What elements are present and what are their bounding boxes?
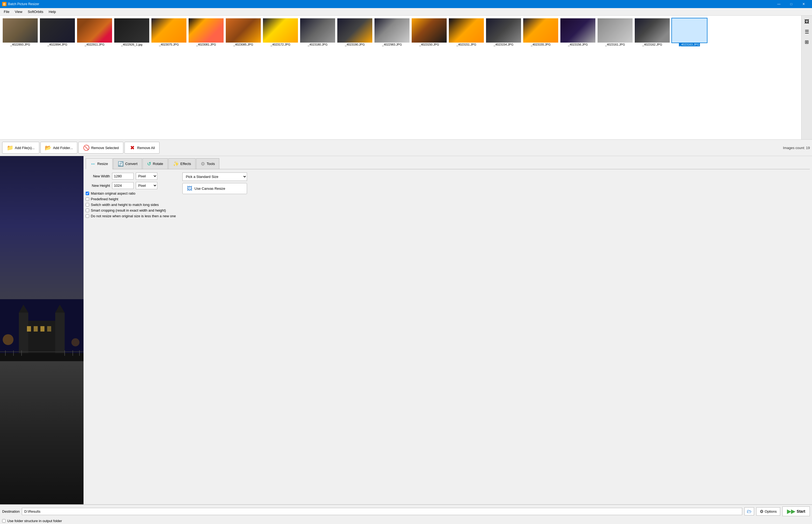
checkbox-maintain_aspect[interactable]: [86, 192, 89, 195]
image-thumb-10[interactable]: _4022983.JPG: [374, 18, 410, 47]
remove-selected-icon: 🚫: [83, 145, 89, 151]
image-thumb-1[interactable]: _4022894.JPG: [39, 18, 75, 47]
width-label: New Width: [86, 174, 110, 178]
canvas-resize-button[interactable]: 🖼 Use Canvas Resize: [182, 183, 247, 194]
checkbox-smart_crop[interactable]: [86, 209, 89, 212]
width-unit-select[interactable]: Pixel Percent Inch Cm: [136, 173, 157, 180]
start-label: Start: [797, 509, 805, 513]
thumb-image-15: [560, 18, 595, 43]
height-input[interactable]: [112, 182, 134, 189]
rotate-tab-icon: ↺: [147, 161, 151, 167]
canvas-resize-label: Use Canvas Resize: [194, 186, 225, 191]
image-thumb-16[interactable]: _4023161.JPG: [597, 18, 633, 47]
menu-softorbits[interactable]: SoftOrbits: [25, 9, 46, 15]
destination-input[interactable]: [22, 508, 742, 515]
menubar: File View SoftOrbits Help: [0, 8, 812, 16]
thumb-label-7: _4023172.JPG: [270, 43, 291, 46]
tools-tab-label: Tools: [207, 162, 215, 166]
svg-rect-4: [55, 313, 65, 356]
svg-point-11: [71, 338, 80, 346]
app-icon: 🖼: [2, 2, 6, 6]
list-view-button[interactable]: ☰: [802, 27, 812, 37]
resize-tab-label: Resize: [97, 162, 108, 166]
image-thumb-15[interactable]: _4023156.JPG: [560, 18, 596, 47]
thumb-image-13: [486, 18, 521, 43]
checkbox-row-0: Maintain original aspect ratio: [86, 191, 176, 195]
checkbox-predefined_height[interactable]: [86, 197, 89, 201]
thumb-label-9: _4023190.JPG: [344, 43, 365, 46]
checkboxes: Maintain original aspect ratio Predefine…: [86, 191, 176, 218]
thumb-label-16: _4023161.JPG: [605, 43, 625, 46]
thumb-image-0: [3, 18, 38, 43]
resize-tab-icon: ↔: [90, 161, 96, 167]
checkbox-switch_wh[interactable]: [86, 203, 89, 207]
thumb-label-11: _4023150.JPG: [419, 43, 439, 46]
svg-rect-1: [24, 321, 59, 356]
height-unit-select[interactable]: Pixel Percent Inch Cm: [136, 182, 157, 189]
folder-structure-text: Use folder structure in output folder: [7, 519, 62, 523]
image-thumb-6[interactable]: _4023085.JPG: [225, 18, 261, 47]
start-button[interactable]: ▶▶ Start: [782, 507, 810, 516]
image-thumb-8[interactable]: _4023180.JPG: [300, 18, 336, 47]
thumb-label-14: _4023155.JPG: [530, 43, 551, 46]
image-thumb-9[interactable]: _4023190.JPG: [337, 18, 373, 47]
thumbnail-view-button[interactable]: 🖼: [802, 17, 812, 27]
options-button[interactable]: ⚙ Options: [756, 507, 780, 515]
remove-selected-button[interactable]: 🚫 Remove Selected: [79, 142, 123, 154]
maximize-button[interactable]: □: [785, 0, 797, 8]
image-thumb-13[interactable]: _4023154.JPG: [486, 18, 522, 47]
preview-image: [0, 156, 84, 504]
remove-all-label: Remove All: [137, 146, 155, 150]
tab-effects[interactable]: ✨ Effects: [168, 158, 196, 169]
checkbox-no_resize[interactable]: [86, 214, 89, 218]
images-count: Images count: 19: [783, 146, 810, 150]
minimize-button[interactable]: —: [773, 0, 785, 8]
height-label: New Height: [86, 183, 110, 187]
menu-file[interactable]: File: [1, 9, 12, 15]
tab-rotate[interactable]: ↺ Rotate: [142, 158, 168, 169]
add-files-button[interactable]: 📁 Add File(s)...: [2, 142, 39, 154]
effects-tab-icon: ✨: [173, 161, 179, 167]
tabs: ↔ Resize 🔄 Convert ↺ Rotate ✨ Effects ⚙: [86, 158, 810, 169]
image-thumb-5[interactable]: _4023081.JPG: [188, 18, 224, 47]
tab-tools[interactable]: ⚙ Tools: [196, 158, 219, 169]
folder-structure-checkbox[interactable]: [2, 519, 6, 523]
thumb-label-8: _4023180.JPG: [307, 43, 328, 46]
tab-resize[interactable]: ↔ Resize: [86, 158, 113, 169]
add-folder-button[interactable]: 📂 Add Folder...: [40, 142, 78, 154]
image-thumb-3[interactable]: _4022926_1.jpg: [114, 18, 150, 47]
menu-view[interactable]: View: [12, 9, 25, 15]
remove-all-button[interactable]: ✖ Remove All: [124, 142, 159, 154]
image-thumb-4[interactable]: _4023075.JPG: [151, 18, 187, 47]
menu-help[interactable]: Help: [46, 9, 59, 15]
thumb-label-3: _4022926_1.jpg: [121, 43, 143, 46]
tab-convert[interactable]: 🔄 Convert: [113, 158, 142, 169]
image-thumb-2[interactable]: _4022911.JPG: [77, 18, 113, 47]
thumb-label-12: _4023151.JPG: [456, 43, 477, 46]
thumb-label-10: _4022983.JPG: [382, 43, 402, 46]
svg-rect-9: [47, 326, 51, 331]
checkbox-row-4: Do not resize when original size is less…: [86, 214, 176, 218]
thumb-image-4: [151, 18, 186, 43]
close-button[interactable]: ✕: [797, 0, 810, 8]
checkbox-row-3: Smart cropping (result in exact width an…: [86, 208, 176, 212]
image-thumb-0[interactable]: _4022893.JPG: [2, 18, 38, 47]
right-panel: ↔ Resize 🔄 Convert ↺ Rotate ✨ Effects ⚙: [84, 156, 812, 504]
add-folder-label: Add Folder...: [53, 146, 73, 150]
grid-view-button[interactable]: ⊞: [802, 37, 812, 47]
image-thumb-11[interactable]: _4023150.JPG: [411, 18, 447, 47]
thumb-label-15: _4023156.JPG: [568, 43, 588, 46]
image-thumb-12[interactable]: _4023151.JPG: [448, 18, 485, 47]
folder-structure-label[interactable]: Use folder structure in output folder: [2, 519, 810, 523]
svg-point-10: [3, 334, 14, 345]
browse-button[interactable]: 🗁: [744, 507, 754, 515]
image-thumb-7[interactable]: _4023172.JPG: [263, 18, 299, 47]
thumb-image-2: [77, 18, 112, 43]
width-input[interactable]: [112, 173, 134, 180]
image-thumb-14[interactable]: _4023155.JPG: [523, 18, 559, 47]
thumb-label-18: _4023163.JPG: [679, 43, 700, 46]
standard-size-select[interactable]: Pick a Standard Size: [182, 173, 247, 181]
image-thumb-18[interactable]: _4023163.JPG: [671, 18, 708, 47]
thumb-label-2: _4022911.JPG: [84, 43, 105, 46]
image-thumb-17[interactable]: _4023162.JPG: [634, 18, 670, 47]
